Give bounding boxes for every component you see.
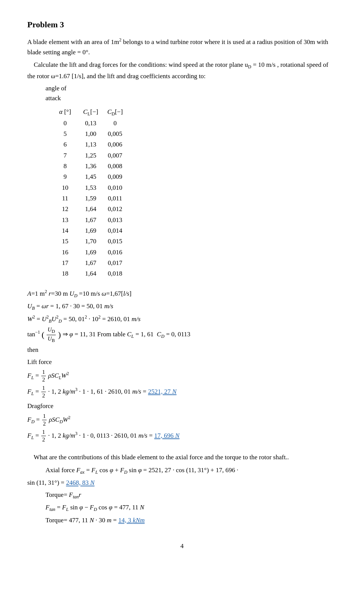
page-number: 4	[27, 541, 337, 551]
table-cell: 0	[58, 118, 82, 129]
sol-line1: A=1 m2 r=30 m UD =10 m/s ω=1,67[l/s]	[27, 288, 337, 300]
table-cell: 0,006	[106, 139, 130, 150]
table-cell: 7	[58, 150, 82, 161]
torque-line3: Torque= 477, 11 N · 30 m = 14, 3 kNm	[46, 515, 337, 526]
intro-text: A blade element with an area of 1m2 belo…	[27, 36, 337, 57]
table-row: 00,130	[58, 118, 130, 129]
table-row: 181,640,018	[58, 268, 130, 279]
table-row: 101,530,010	[58, 183, 130, 193]
table-cell: 1,67	[82, 215, 106, 225]
data-table-container: α [°] CL[−] CD[−] 00,13051,000,00561,130…	[58, 107, 337, 279]
table-cell: 0,015	[106, 236, 130, 247]
axial-line1: Axial force Fax = FL cos φ + FD sin φ = …	[46, 465, 337, 476]
table-row: 131,670,013	[58, 215, 130, 225]
axial-solutions: Axial force Fax = FL cos φ + FD sin φ = …	[27, 465, 337, 526]
table-cell: 17	[58, 258, 82, 268]
sol-line11: FL = 12 · 1, 2 kg/m3 · 1 · 0, 0113 · 261…	[27, 429, 337, 444]
col-header-cd: CD[−]	[106, 107, 130, 118]
table-row: 111,590,011	[58, 193, 130, 204]
table-cell: 0,018	[106, 268, 130, 279]
table-cell: 14	[58, 225, 82, 236]
sol-line9: Dragforce	[27, 400, 337, 412]
table-cell: 0,016	[106, 247, 130, 258]
sol-line6: Lift force	[27, 356, 337, 368]
table-row: 151,700,015	[58, 236, 130, 247]
table-cell: 1,67	[82, 258, 106, 268]
table-cell: 0,008	[106, 161, 130, 172]
table-cell: 18	[58, 268, 82, 279]
table-cell: 0,007	[106, 150, 130, 161]
axial-line2: sin (11, 31°) = 2468, 83 N	[27, 477, 337, 489]
table-cell: 1,13	[82, 139, 106, 150]
col-header-alpha: α [°]	[58, 107, 82, 118]
sol-line7: FL = 12 ρSCLW2	[27, 369, 337, 384]
sol-line5: then	[27, 344, 337, 356]
table-cell: 16	[58, 247, 82, 258]
sol-line8: FL = 12 · 1, 2 kg/m3 · 1 · 1, 61 · 2610,…	[27, 385, 337, 400]
result-torque: 14, 3 kNm	[118, 517, 144, 524]
table-row: 81,360,008	[58, 161, 130, 172]
table-cell: 0,014	[106, 225, 130, 236]
col-header-cl: CL[−]	[82, 107, 106, 118]
table-cell: 0,13	[82, 118, 106, 129]
table-row: 141,690,014	[58, 225, 130, 236]
table-cell: 1,25	[82, 150, 106, 161]
result-fax: 2468, 83 N	[66, 479, 94, 486]
sol-line10: FD = 12 ρSCDW2	[27, 413, 337, 428]
table-cell: 1,36	[82, 161, 106, 172]
table-cell: 0	[106, 118, 130, 129]
table-cell: 11	[58, 193, 82, 204]
table-cell: 0,017	[106, 258, 130, 268]
contributions-text: What are the contributions of this blade…	[27, 452, 337, 462]
table-row: 61,130,006	[58, 139, 130, 150]
calc-text: Calculate the lift and drag forces for t…	[27, 60, 337, 81]
problem-title: Problem 3	[27, 18, 337, 31]
table-cell: 9	[58, 172, 82, 182]
table-cell: 0,013	[106, 215, 130, 225]
table-row: 161,690,016	[58, 247, 130, 258]
solutions-block: A=1 m2 r=30 m UD =10 m/s ω=1,67[l/s] UB …	[27, 288, 337, 444]
angle-label2: attack	[46, 93, 337, 103]
table-cell: 1,53	[82, 183, 106, 193]
table-cell: 5	[58, 129, 82, 139]
sol-line4: tan−1 ( UD UB ) ⇒ φ = 11, 31 From table …	[27, 326, 337, 344]
table-cell: 1,59	[82, 193, 106, 204]
table-cell: 0,011	[106, 193, 130, 204]
torque-line2: Ftan = FL sin φ − FD cos φ = 477, 11 N	[46, 502, 337, 514]
table-cell: 10	[58, 183, 82, 193]
table-cell: 0,009	[106, 172, 130, 182]
result-fd: 17, 696 N	[154, 432, 180, 439]
table-cell: 0,012	[106, 204, 130, 214]
table-cell: 1,69	[82, 247, 106, 258]
table-cell: 1,70	[82, 236, 106, 247]
sol-line3: W2 = U2BU2D = 50, 012 · 102 = 2610, 01 m…	[27, 313, 337, 325]
torque-line1: Torque= Ftanr	[46, 489, 337, 501]
table-cell: 0,005	[106, 129, 130, 139]
coefficients-table: α [°] CL[−] CD[−] 00,13051,000,00561,130…	[58, 107, 130, 279]
table-row: 171,670,017	[58, 258, 130, 268]
table-cell: 1,00	[82, 129, 106, 139]
table-row: 91,450,009	[58, 172, 130, 182]
table-cell: 12	[58, 204, 82, 214]
sol-line2: UB = ωr = 1, 67 · 30 = 50, 01 m/s	[27, 301, 337, 312]
table-row: 121,640,012	[58, 204, 130, 214]
table-row: 51,000,005	[58, 129, 130, 139]
result-fl: 2521, 27 N	[148, 388, 176, 395]
table-cell: 1,64	[82, 268, 106, 279]
table-cell: 13	[58, 215, 82, 225]
table-cell: 1,45	[82, 172, 106, 182]
table-row: 71,250,007	[58, 150, 130, 161]
table-cell: 8	[58, 161, 82, 172]
table-cell: 1,64	[82, 204, 106, 214]
table-cell: 0,010	[106, 183, 130, 193]
table-cell: 1,69	[82, 225, 106, 236]
table-cell: 15	[58, 236, 82, 247]
table-cell: 6	[58, 139, 82, 150]
angle-label1: angle of	[46, 84, 337, 93]
